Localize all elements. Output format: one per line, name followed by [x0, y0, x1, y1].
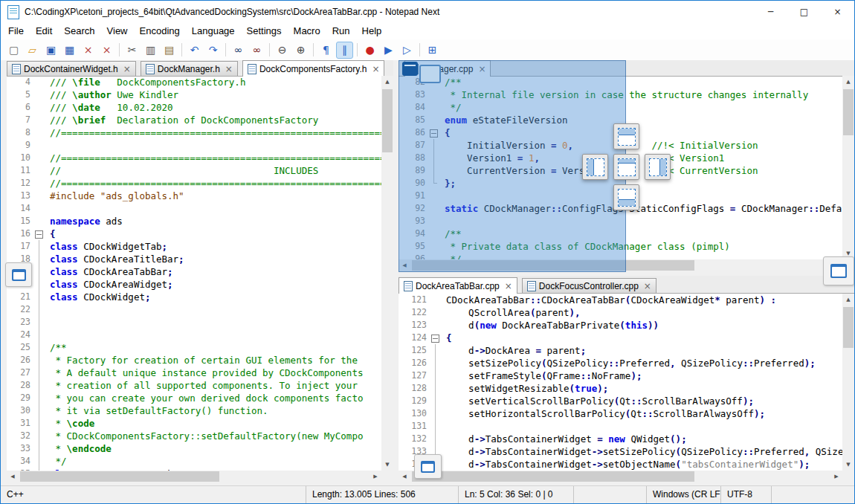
- close-tab-icon[interactable]: ×: [505, 282, 512, 291]
- fold-margin: [33, 417, 44, 430]
- drop-indicator-center-icon[interactable]: [613, 154, 639, 180]
- line-number: 16: [7, 227, 33, 240]
- status-cursor-position: Ln: 5 Col: 36 Sel: 0 | 0: [458, 486, 573, 503]
- auto-hide-tab-left[interactable]: [5, 262, 32, 287]
- editor-dockcomponentsfactory[interactable]: 4/// \file DockComponentsFactory.h5/// \…: [7, 76, 381, 471]
- title-bar[interactable]: C:\CodingXP\cetoni_projects_64bit\QtAdva…: [1, 1, 854, 23]
- tab-DockComponentsFactory.h[interactable]: DockComponentsFactory.h×: [242, 60, 385, 77]
- scroll-left-icon[interactable]: ◀: [399, 471, 410, 482]
- record-macro-button[interactable]: ●: [361, 42, 378, 59]
- fold-box-icon[interactable]: [431, 335, 439, 343]
- drop-indicator-right-icon[interactable]: [645, 154, 671, 180]
- drop-indicator-bottom-glyph: [618, 189, 636, 207]
- run-macro-multiple-button[interactable]: ▷: [399, 42, 416, 59]
- vertical-splitter[interactable]: [393, 60, 399, 482]
- close-tab-icon[interactable]: ×: [123, 65, 131, 74]
- scroll-up-icon[interactable]: ▲: [842, 76, 854, 88]
- code-line: 24: [7, 329, 381, 341]
- tab-DockFocusController.cpp[interactable]: DockFocusController.cpp×: [522, 278, 656, 293]
- menu-help[interactable]: Help: [356, 23, 388, 39]
- save-all-button[interactable]: ▦: [61, 42, 78, 59]
- fold-margin: [33, 215, 44, 227]
- fold-margin: [430, 395, 440, 407]
- line-number: 33: [7, 442, 33, 455]
- fold-margin: [430, 344, 440, 357]
- scroll-down-icon[interactable]: ▼: [842, 459, 854, 471]
- zoom-in-button[interactable]: ⊕: [292, 42, 309, 59]
- redo-button[interactable]: ↷: [204, 42, 222, 59]
- line-number: 13: [7, 190, 33, 202]
- drop-indicator-bottom-icon[interactable]: [613, 184, 639, 210]
- playback-macro-button[interactable]: ▶: [380, 42, 397, 59]
- scroll-up-icon[interactable]: ▲: [381, 76, 393, 88]
- new-file-button[interactable]: ▢: [5, 42, 22, 59]
- open-file-button[interactable]: ▱: [24, 42, 41, 59]
- line-number: 21: [7, 291, 33, 303]
- scroll-right-icon[interactable]: ▶: [370, 471, 381, 482]
- menu-search[interactable]: Search: [58, 23, 100, 39]
- tab-label: DockContainerWidget.h: [24, 64, 118, 74]
- minimize-button[interactable]: ─: [754, 1, 787, 23]
- drop-indicator-top-icon[interactable]: [613, 123, 639, 149]
- bottom-right-horizontal-scrollbar[interactable]: ◀ ▶: [399, 471, 842, 482]
- scroll-up-icon[interactable]: ▲: [842, 294, 854, 306]
- maximize-button[interactable]: □: [787, 1, 821, 23]
- close-tab-icon[interactable]: ×: [372, 65, 379, 74]
- menu-language[interactable]: Language: [186, 23, 241, 39]
- close-file-button[interactable]: ×: [80, 42, 97, 59]
- undo-button[interactable]: ↶: [186, 42, 203, 59]
- copy-button[interactable]: ▥: [142, 42, 159, 59]
- code-line: 128 setWidgetResizable(true);: [399, 382, 842, 395]
- close-tab-icon[interactable]: ×: [225, 65, 233, 74]
- menu-file[interactable]: File: [2, 23, 30, 39]
- code-text: d->TabsContainerWidget->setSizePolicy(QS…: [440, 445, 842, 458]
- left-horizontal-scrollbar[interactable]: ◀ ▶: [7, 471, 381, 482]
- menu-settings[interactable]: Settings: [241, 23, 288, 39]
- find-button[interactable]: ∞: [230, 42, 247, 59]
- top-right-vertical-scrollbar[interactable]: ▲ ▼: [842, 76, 854, 259]
- indentation-guides-button[interactable]: ∥: [336, 42, 353, 59]
- tab-DockContainerWidget.h[interactable]: DockContainerWidget.h×: [7, 61, 136, 76]
- scrollbar-thumb[interactable]: [20, 471, 219, 482]
- drop-indicator-right-glyph: [649, 158, 667, 176]
- bottom-right-vertical-scrollbar[interactable]: ▲ ▼: [842, 294, 854, 471]
- tab-DockAreaTabBar.cpp[interactable]: DockAreaTabBar.cpp×: [399, 277, 517, 294]
- menu-edit[interactable]: Edit: [30, 23, 58, 39]
- scroll-right-icon[interactable]: ▶: [830, 471, 842, 482]
- scroll-left-icon[interactable]: ◀: [7, 471, 19, 482]
- fold-collapse-icon[interactable]: [33, 227, 44, 240]
- replace-button[interactable]: ∞: [248, 42, 265, 59]
- scrollbar-thumb[interactable]: [843, 307, 854, 348]
- zoom-out-button[interactable]: ⊖: [274, 42, 291, 59]
- left-vertical-scrollbar[interactable]: ▲ ▼: [381, 76, 393, 471]
- window-title: C:\CodingXP\cetoni_projects_64bit\QtAdva…: [25, 7, 439, 17]
- menu-run[interactable]: Run: [326, 23, 356, 39]
- scroll-down-icon[interactable]: ▼: [381, 459, 393, 471]
- auto-hide-tab-right[interactable]: [823, 256, 854, 285]
- auto-hide-tab-bottom[interactable]: [414, 454, 442, 479]
- line-number: 31: [7, 417, 33, 430]
- close-tab-icon[interactable]: ×: [644, 282, 651, 291]
- save-file-button[interactable]: ▣: [42, 42, 59, 59]
- menu-view[interactable]: View: [101, 23, 134, 39]
- menu-macro[interactable]: Macro: [288, 23, 326, 39]
- close-all-button[interactable]: ×: [98, 42, 115, 59]
- code-line: 131: [399, 420, 842, 433]
- fold-margin: [33, 253, 44, 265]
- cut-button[interactable]: ✂: [123, 42, 141, 59]
- drop-indicator-left-icon[interactable]: [582, 154, 608, 180]
- tab-DockManager.h[interactable]: DockManager.h×: [141, 61, 238, 76]
- code-text: class CDockAreaTabBar;: [44, 265, 173, 278]
- paste-button[interactable]: ▤: [161, 42, 178, 59]
- scrollbar-thumb[interactable]: [843, 89, 854, 135]
- menu-encoding[interactable]: Encoding: [134, 23, 186, 39]
- editor-dockareatabbar[interactable]: 121CDockAreaTabBar::CDockAreaTabBar(CDoc…: [399, 294, 842, 471]
- focus-window-button[interactable]: ⊞: [424, 42, 441, 59]
- fold-box-icon[interactable]: [35, 230, 43, 239]
- code-text: /// \author Uwe Kindler: [44, 88, 178, 101]
- close-button[interactable]: ×: [821, 1, 854, 23]
- fold-collapse-icon[interactable]: [430, 332, 440, 344]
- scrollbar-thumb[interactable]: [382, 89, 393, 152]
- scrollbar-thumb[interactable]: [412, 471, 694, 482]
- show-all-characters-button[interactable]: ¶: [317, 42, 335, 59]
